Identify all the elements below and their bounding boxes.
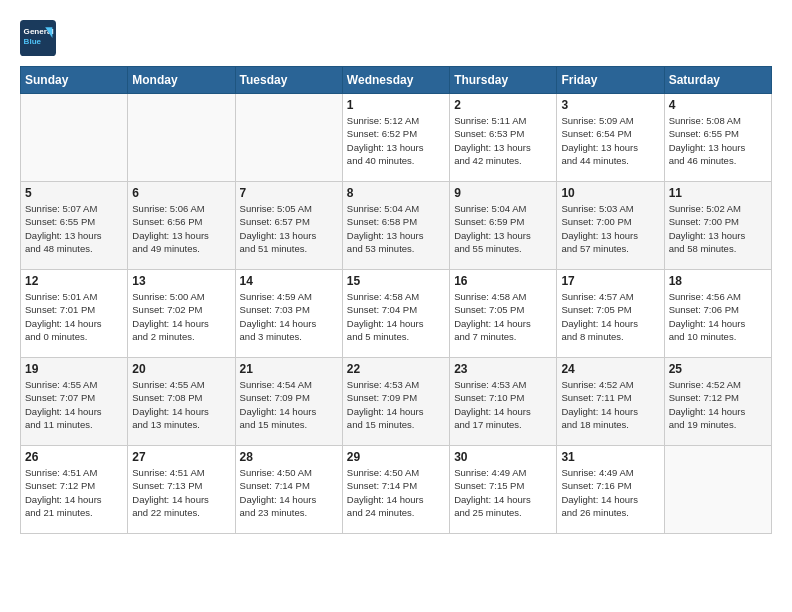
calendar-day-cell: 24Sunrise: 4:52 AM Sunset: 7:11 PM Dayli… xyxy=(557,358,664,446)
weekday-header-friday: Friday xyxy=(557,67,664,94)
day-number: 17 xyxy=(561,274,659,288)
calendar-week-row: 26Sunrise: 4:51 AM Sunset: 7:12 PM Dayli… xyxy=(21,446,772,534)
day-info: Sunrise: 5:12 AM Sunset: 6:52 PM Dayligh… xyxy=(347,114,445,167)
day-info: Sunrise: 4:51 AM Sunset: 7:13 PM Dayligh… xyxy=(132,466,230,519)
day-number: 11 xyxy=(669,186,767,200)
calendar-body: 1Sunrise: 5:12 AM Sunset: 6:52 PM Daylig… xyxy=(21,94,772,534)
day-number: 19 xyxy=(25,362,123,376)
calendar-day-cell: 18Sunrise: 4:56 AM Sunset: 7:06 PM Dayli… xyxy=(664,270,771,358)
calendar-day-cell: 16Sunrise: 4:58 AM Sunset: 7:05 PM Dayli… xyxy=(450,270,557,358)
day-info: Sunrise: 4:59 AM Sunset: 7:03 PM Dayligh… xyxy=(240,290,338,343)
day-number: 12 xyxy=(25,274,123,288)
calendar-day-cell: 2Sunrise: 5:11 AM Sunset: 6:53 PM Daylig… xyxy=(450,94,557,182)
day-number: 18 xyxy=(669,274,767,288)
day-info: Sunrise: 4:55 AM Sunset: 7:08 PM Dayligh… xyxy=(132,378,230,431)
day-number: 14 xyxy=(240,274,338,288)
day-info: Sunrise: 5:06 AM Sunset: 6:56 PM Dayligh… xyxy=(132,202,230,255)
calendar-day-cell: 4Sunrise: 5:08 AM Sunset: 6:55 PM Daylig… xyxy=(664,94,771,182)
calendar-week-row: 12Sunrise: 5:01 AM Sunset: 7:01 PM Dayli… xyxy=(21,270,772,358)
day-number: 27 xyxy=(132,450,230,464)
day-info: Sunrise: 4:58 AM Sunset: 7:04 PM Dayligh… xyxy=(347,290,445,343)
page-header: General Blue xyxy=(20,20,772,56)
day-info: Sunrise: 4:50 AM Sunset: 7:14 PM Dayligh… xyxy=(240,466,338,519)
day-number: 21 xyxy=(240,362,338,376)
day-number: 24 xyxy=(561,362,659,376)
day-info: Sunrise: 4:55 AM Sunset: 7:07 PM Dayligh… xyxy=(25,378,123,431)
day-number: 23 xyxy=(454,362,552,376)
calendar-day-cell: 20Sunrise: 4:55 AM Sunset: 7:08 PM Dayli… xyxy=(128,358,235,446)
day-info: Sunrise: 4:57 AM Sunset: 7:05 PM Dayligh… xyxy=(561,290,659,343)
day-number: 9 xyxy=(454,186,552,200)
logo: General Blue xyxy=(20,20,62,56)
calendar-day-cell: 7Sunrise: 5:05 AM Sunset: 6:57 PM Daylig… xyxy=(235,182,342,270)
day-number: 2 xyxy=(454,98,552,112)
weekday-header-monday: Monday xyxy=(128,67,235,94)
calendar-day-cell: 17Sunrise: 4:57 AM Sunset: 7:05 PM Dayli… xyxy=(557,270,664,358)
calendar-table: SundayMondayTuesdayWednesdayThursdayFrid… xyxy=(20,66,772,534)
calendar-day-cell: 8Sunrise: 5:04 AM Sunset: 6:58 PM Daylig… xyxy=(342,182,449,270)
day-number: 5 xyxy=(25,186,123,200)
day-info: Sunrise: 5:11 AM Sunset: 6:53 PM Dayligh… xyxy=(454,114,552,167)
day-number: 3 xyxy=(561,98,659,112)
day-info: Sunrise: 4:51 AM Sunset: 7:12 PM Dayligh… xyxy=(25,466,123,519)
calendar-week-row: 5Sunrise: 5:07 AM Sunset: 6:55 PM Daylig… xyxy=(21,182,772,270)
empty-day-cell xyxy=(235,94,342,182)
day-number: 8 xyxy=(347,186,445,200)
calendar-day-cell: 11Sunrise: 5:02 AM Sunset: 7:00 PM Dayli… xyxy=(664,182,771,270)
day-info: Sunrise: 4:49 AM Sunset: 7:15 PM Dayligh… xyxy=(454,466,552,519)
calendar-header: SundayMondayTuesdayWednesdayThursdayFrid… xyxy=(21,67,772,94)
calendar-day-cell: 9Sunrise: 5:04 AM Sunset: 6:59 PM Daylig… xyxy=(450,182,557,270)
day-info: Sunrise: 5:04 AM Sunset: 6:58 PM Dayligh… xyxy=(347,202,445,255)
svg-text:Blue: Blue xyxy=(24,37,42,46)
calendar-day-cell: 30Sunrise: 4:49 AM Sunset: 7:15 PM Dayli… xyxy=(450,446,557,534)
weekday-header-tuesday: Tuesday xyxy=(235,67,342,94)
weekday-header-sunday: Sunday xyxy=(21,67,128,94)
calendar-day-cell: 22Sunrise: 4:53 AM Sunset: 7:09 PM Dayli… xyxy=(342,358,449,446)
day-number: 4 xyxy=(669,98,767,112)
calendar-day-cell: 29Sunrise: 4:50 AM Sunset: 7:14 PM Dayli… xyxy=(342,446,449,534)
day-number: 31 xyxy=(561,450,659,464)
day-info: Sunrise: 5:04 AM Sunset: 6:59 PM Dayligh… xyxy=(454,202,552,255)
calendar-day-cell: 13Sunrise: 5:00 AM Sunset: 7:02 PM Dayli… xyxy=(128,270,235,358)
day-info: Sunrise: 5:02 AM Sunset: 7:00 PM Dayligh… xyxy=(669,202,767,255)
day-info: Sunrise: 4:53 AM Sunset: 7:10 PM Dayligh… xyxy=(454,378,552,431)
day-info: Sunrise: 4:54 AM Sunset: 7:09 PM Dayligh… xyxy=(240,378,338,431)
day-number: 6 xyxy=(132,186,230,200)
day-info: Sunrise: 5:08 AM Sunset: 6:55 PM Dayligh… xyxy=(669,114,767,167)
day-info: Sunrise: 4:56 AM Sunset: 7:06 PM Dayligh… xyxy=(669,290,767,343)
calendar-day-cell: 23Sunrise: 4:53 AM Sunset: 7:10 PM Dayli… xyxy=(450,358,557,446)
weekday-header-saturday: Saturday xyxy=(664,67,771,94)
day-number: 1 xyxy=(347,98,445,112)
day-number: 20 xyxy=(132,362,230,376)
calendar-day-cell: 15Sunrise: 4:58 AM Sunset: 7:04 PM Dayli… xyxy=(342,270,449,358)
day-info: Sunrise: 5:03 AM Sunset: 7:00 PM Dayligh… xyxy=(561,202,659,255)
logo-icon: General Blue xyxy=(20,20,56,56)
calendar-day-cell: 31Sunrise: 4:49 AM Sunset: 7:16 PM Dayli… xyxy=(557,446,664,534)
calendar-day-cell: 21Sunrise: 4:54 AM Sunset: 7:09 PM Dayli… xyxy=(235,358,342,446)
calendar-day-cell: 5Sunrise: 5:07 AM Sunset: 6:55 PM Daylig… xyxy=(21,182,128,270)
day-info: Sunrise: 4:53 AM Sunset: 7:09 PM Dayligh… xyxy=(347,378,445,431)
weekday-header-thursday: Thursday xyxy=(450,67,557,94)
calendar-day-cell: 25Sunrise: 4:52 AM Sunset: 7:12 PM Dayli… xyxy=(664,358,771,446)
day-number: 7 xyxy=(240,186,338,200)
day-number: 30 xyxy=(454,450,552,464)
empty-day-cell xyxy=(21,94,128,182)
day-info: Sunrise: 4:49 AM Sunset: 7:16 PM Dayligh… xyxy=(561,466,659,519)
day-number: 16 xyxy=(454,274,552,288)
calendar-day-cell: 19Sunrise: 4:55 AM Sunset: 7:07 PM Dayli… xyxy=(21,358,128,446)
day-number: 26 xyxy=(25,450,123,464)
day-number: 28 xyxy=(240,450,338,464)
calendar-day-cell: 26Sunrise: 4:51 AM Sunset: 7:12 PM Dayli… xyxy=(21,446,128,534)
calendar-week-row: 1Sunrise: 5:12 AM Sunset: 6:52 PM Daylig… xyxy=(21,94,772,182)
empty-day-cell xyxy=(664,446,771,534)
day-info: Sunrise: 4:52 AM Sunset: 7:11 PM Dayligh… xyxy=(561,378,659,431)
calendar-day-cell: 3Sunrise: 5:09 AM Sunset: 6:54 PM Daylig… xyxy=(557,94,664,182)
day-number: 29 xyxy=(347,450,445,464)
day-info: Sunrise: 4:50 AM Sunset: 7:14 PM Dayligh… xyxy=(347,466,445,519)
calendar-day-cell: 6Sunrise: 5:06 AM Sunset: 6:56 PM Daylig… xyxy=(128,182,235,270)
day-number: 22 xyxy=(347,362,445,376)
calendar-day-cell: 28Sunrise: 4:50 AM Sunset: 7:14 PM Dayli… xyxy=(235,446,342,534)
day-info: Sunrise: 4:52 AM Sunset: 7:12 PM Dayligh… xyxy=(669,378,767,431)
day-info: Sunrise: 5:01 AM Sunset: 7:01 PM Dayligh… xyxy=(25,290,123,343)
day-info: Sunrise: 5:09 AM Sunset: 6:54 PM Dayligh… xyxy=(561,114,659,167)
